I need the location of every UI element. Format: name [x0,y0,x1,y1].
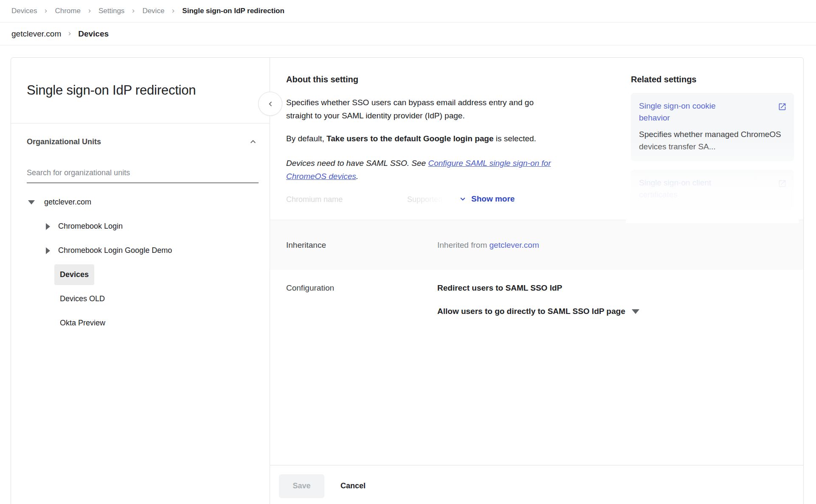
chevron-left-icon [266,99,275,109]
ou-section-title: Organizational Units [27,137,101,146]
breadcrumb-chrome[interactable]: Chrome [55,7,80,15]
chevron-down-icon [458,194,467,204]
inherited-from-text: Inherited from [437,241,490,249]
collapse-arrow-icon[interactable] [46,223,50,230]
ghost-chromium-name: Chromium name [286,195,343,204]
setting-card: Single sign-on IdP redirection Organizat… [11,57,804,504]
about-p3-suffix: . [356,172,358,181]
org-breadcrumb-domain[interactable]: getclever.com [11,29,61,39]
tree-item-label: Devices OLD [54,288,110,309]
save-button[interactable]: Save [279,474,324,498]
tree-item-label: Okta Preview [54,313,111,333]
about-paragraph-2: By default, Take users to the default Go… [286,132,558,145]
tree-item-label: Chromebook Login Google Demo [58,246,172,255]
breadcrumb-device[interactable]: Device [142,7,164,15]
related-settings-section: Related settings Single sign-on cookie b… [631,75,794,220]
about-p2-default-option: Take users to the default Google login p… [326,134,493,143]
tree-item-label: getclever.com [44,198,91,207]
dropdown-selected-value: Allow users to go directly to SAML SSO I… [437,307,625,316]
chevron-right-icon [170,8,177,14]
configuration-row: Configuration Redirect users to SAML SSO… [270,270,803,465]
chevron-right-icon [86,8,93,14]
related-setting-cookie-behavior: Single sign-on cookie behavior Specifies… [631,93,794,161]
breadcrumb: Devices Chrome Settings Device Single si… [0,0,816,22]
inheritance-value: Inherited from getclever.com [437,241,539,250]
inheritance-row: Inheritance Inherited from getclever.com [270,220,803,270]
org-breadcrumb: getclever.com Devices [0,22,816,45]
about-p2-prefix: By default, [286,134,326,143]
about-p2-suffix: is selected. [494,134,536,143]
about-column: About this setting Specifies whether SSO… [286,75,558,183]
ghost-supported-on: Supported o [407,195,449,204]
open-in-new-icon [778,179,787,188]
org-breadcrumb-current-ou: Devices [78,29,109,39]
ou-tree: getclever.com Chromebook Login Chromeboo… [27,190,259,335]
chevron-right-icon [66,31,73,37]
action-bar: Save Cancel [270,465,803,504]
related-link-client-certificates[interactable]: Single sign-on client certificates [639,177,745,201]
idp-redirect-dropdown[interactable]: Allow users to go directly to SAML SSO I… [437,307,639,316]
setting-detail-area: About this setting Specifies whether SSO… [270,58,803,504]
show-more-button[interactable]: Show more [458,194,515,204]
tree-item-okta-preview[interactable]: Okta Preview [27,311,259,335]
about-section: About this setting Specifies whether SSO… [270,58,803,220]
panel-collapse-button[interactable] [258,92,282,116]
related-setting-client-certificates: Single sign-on client certificates [631,170,794,220]
related-settings-title: Related settings [631,75,794,84]
configuration-label: Configuration [270,283,437,465]
chevron-right-icon [130,8,137,14]
show-more-label: Show more [471,194,515,204]
tree-item-devices[interactable]: Devices [27,263,259,287]
dropdown-caret-icon [632,309,639,314]
setting-title-header: Single sign-on IdP redirection [11,58,270,123]
ou-search-input[interactable] [27,168,259,183]
tree-item-devices-old[interactable]: Devices OLD [27,287,259,311]
configuration-value: Redirect users to SAML SSO IdP Allow use… [437,283,639,465]
ou-header: Organizational Units [27,136,259,147]
related-desc-cookie-behavior: Specifies whether managed ChromeOS devic… [639,128,786,153]
page-title: Single sign-on IdP redirection [27,83,196,98]
ou-section: Organizational Units getclever.com Chrom… [11,123,270,335]
collapsed-preview-row: Chromium name Supported o Show more [286,194,515,207]
chevron-up-icon[interactable] [248,136,259,147]
breadcrumb-current-page: Single sign-on IdP redirection [182,7,284,15]
tree-item-getclever[interactable]: getclever.com [27,190,259,214]
open-in-new-icon[interactable] [778,102,787,111]
expand-arrow-icon[interactable] [28,200,35,204]
tree-item-chromebook-login[interactable]: Chromebook Login [27,214,259,238]
related-link-cookie-behavior[interactable]: Single sign-on cookie behavior [639,100,745,124]
tree-item-label: Devices [54,264,94,285]
collapse-arrow-icon[interactable] [46,247,50,254]
breadcrumb-devices[interactable]: Devices [11,7,37,15]
tree-item-chromebook-login-google-demo[interactable]: Chromebook Login Google Demo [27,238,259,263]
ou-panel: Single sign-on IdP redirection Organizat… [11,58,270,504]
tree-item-label: Chromebook Login [58,222,123,231]
cancel-button[interactable]: Cancel [331,475,375,497]
inheritance-label: Inheritance [270,241,437,250]
breadcrumb-settings[interactable]: Settings [98,7,124,15]
about-paragraph-1: Specifies whether SSO users can bypass e… [286,96,558,122]
configuration-setting-name: Redirect users to SAML SSO IdP [437,283,639,293]
chevron-right-icon [42,8,49,14]
about-paragraph-3: Devices need to have SAML SSO. See Confi… [286,157,558,183]
inherited-org-link[interactable]: getclever.com [490,241,539,249]
about-title: About this setting [286,75,558,84]
about-p3-prefix: Devices need to have SAML SSO. See [286,159,428,168]
ou-search [27,168,259,183]
